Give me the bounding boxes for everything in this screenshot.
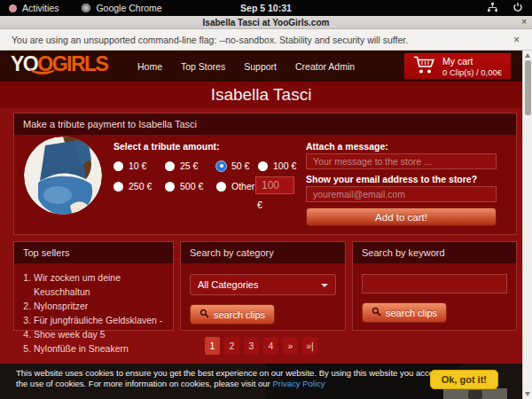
amount-option-10[interactable]: 10 €: [113, 160, 146, 171]
search-category-title: Search by category: [181, 242, 345, 263]
clock[interactable]: Sep 5 10:31: [240, 3, 292, 13]
site-header: YOOGIRLS Home Top Stores Support Creator…: [0, 51, 522, 82]
amount-option-250[interactable]: 250 €: [113, 181, 152, 192]
scrollbar-down-icon[interactable]: [525, 392, 530, 396]
ok-got-it-button[interactable]: Ok, got it!: [430, 370, 498, 389]
search-icon: [372, 307, 381, 318]
radio-selected-icon[interactable]: [216, 161, 226, 171]
top-seller-item[interactable]: Wir zocken um deine Keuschhaltun: [34, 270, 173, 299]
page-button-4[interactable]: 4: [263, 337, 278, 355]
radio-unselected-icon[interactable]: [165, 182, 175, 192]
other-currency-label: €: [257, 200, 262, 210]
warning-close-icon[interactable]: ×: [513, 29, 520, 51]
radio-unselected-icon[interactable]: [113, 182, 123, 192]
window-close-icon[interactable]: ×: [521, 17, 527, 27]
top-sellers-panel: Top sellers Wir zocken um deine Keuschha…: [13, 241, 174, 331]
site-logo[interactable]: YOOGIRLS: [11, 53, 107, 74]
search-clips-button-keyword[interactable]: search clips: [362, 302, 447, 323]
shopping-cart-icon: [412, 54, 435, 79]
page-button-last[interactable]: »|: [302, 337, 317, 355]
window-title: Isabella Tasci at YooGirls.com: [0, 16, 532, 29]
tribute-panel-header: Make a tribute payment to Isabella Tasci: [14, 113, 516, 135]
add-to-cart-button[interactable]: Add to cart!: [306, 207, 497, 226]
amount-section-label: Select a tribute amount:: [113, 141, 220, 152]
category-dropdown-value: All Categories: [198, 279, 258, 290]
search-keyword-title: Search by keyword: [353, 242, 516, 263]
browser-viewport: YOOGIRLS Home Top Stores Support Creator…: [0, 51, 522, 399]
amount-option-25[interactable]: 25 €: [165, 160, 198, 171]
nav-item-support[interactable]: Support: [244, 61, 277, 72]
radio-unselected-icon[interactable]: [165, 161, 175, 171]
top-seller-item[interactable]: Für jungfräuliche Geldsklaven -: [34, 313, 173, 327]
desktop-top-bar: Activities Google Chrome Sep 5 10:31: [0, 0, 532, 16]
warning-message: You are using an unsupported command-lin…: [12, 29, 408, 51]
cart-label: My cart: [442, 56, 502, 66]
warning-infobar: You are using an unsupported command-lin…: [0, 29, 532, 51]
search-clips-button-category[interactable]: search clips: [190, 304, 275, 325]
search-category-panel: Search by category All Categories search…: [180, 241, 346, 331]
message-label: Attach a message:: [306, 141, 388, 152]
nav-item-home[interactable]: Home: [137, 61, 162, 72]
page-button-2[interactable]: 2: [224, 337, 239, 355]
cookie-text: This website uses cookies to ensure you …: [16, 368, 445, 389]
my-cart-button[interactable]: My cart 0 Clip(s) / 0,00€: [404, 53, 511, 79]
cookie-banner: This website uses cookies to ensure you …: [0, 364, 522, 399]
message-input[interactable]: [306, 153, 497, 169]
pagination: 1 2 3 4 » »|: [0, 337, 522, 355]
scrollbar-up-icon[interactable]: [525, 53, 530, 58]
amount-option-other[interactable]: Other:: [216, 181, 257, 192]
top-seller-item[interactable]: Nylonspritzer: [34, 299, 173, 313]
page-button-1[interactable]: 1: [205, 337, 220, 355]
page-title: Isabella Tasci: [0, 82, 522, 108]
amount-option-100[interactable]: 100 €: [258, 160, 296, 171]
page-button-next[interactable]: »: [283, 337, 298, 355]
radio-unselected-icon[interactable]: [258, 161, 268, 171]
chevron-down-icon: [321, 284, 328, 287]
screen: Activities Google Chrome Sep 5 10:31 Isa…: [0, 0, 532, 399]
other-amount-input[interactable]: [255, 176, 294, 194]
search-keyword-panel: Search by keyword search clips: [352, 241, 517, 331]
search-icon: [200, 309, 209, 320]
keyword-input[interactable]: [362, 274, 507, 293]
privacy-policy-link[interactable]: Privacy Policy: [272, 379, 325, 388]
power-icon[interactable]: [512, 2, 523, 14]
window-titlebar: Isabella Tasci at YooGirls.com ×: [0, 16, 532, 29]
top-sellers-title: Top sellers: [14, 242, 173, 263]
tribute-panel: Make a tribute payment to Isabella Tasci: [13, 113, 517, 235]
category-dropdown[interactable]: All Categories: [190, 274, 336, 295]
scrollbar-thumb[interactable]: [525, 60, 531, 115]
logo-smile-icon: [29, 60, 56, 74]
nav-item-top-stores[interactable]: Top Stores: [181, 61, 225, 72]
email-input[interactable]: [306, 186, 497, 202]
email-label: Show your email address to the store?: [306, 174, 477, 184]
radio-unselected-icon[interactable]: [216, 182, 226, 192]
network-icon[interactable]: [487, 3, 498, 14]
page-button-3[interactable]: 3: [244, 337, 259, 355]
nav-item-creator-admin[interactable]: Creator Admin: [295, 61, 355, 72]
model-avatar: [24, 137, 102, 215]
radio-unselected-icon[interactable]: [113, 161, 123, 171]
amount-option-500[interactable]: 500 €: [165, 181, 203, 192]
cart-summary: 0 Clip(s) / 0,00€: [442, 67, 502, 77]
main-nav: Home Top Stores Support Creator Admin: [137, 51, 355, 82]
scrollbar[interactable]: [522, 51, 532, 399]
amount-option-50[interactable]: 50 €: [216, 160, 249, 171]
